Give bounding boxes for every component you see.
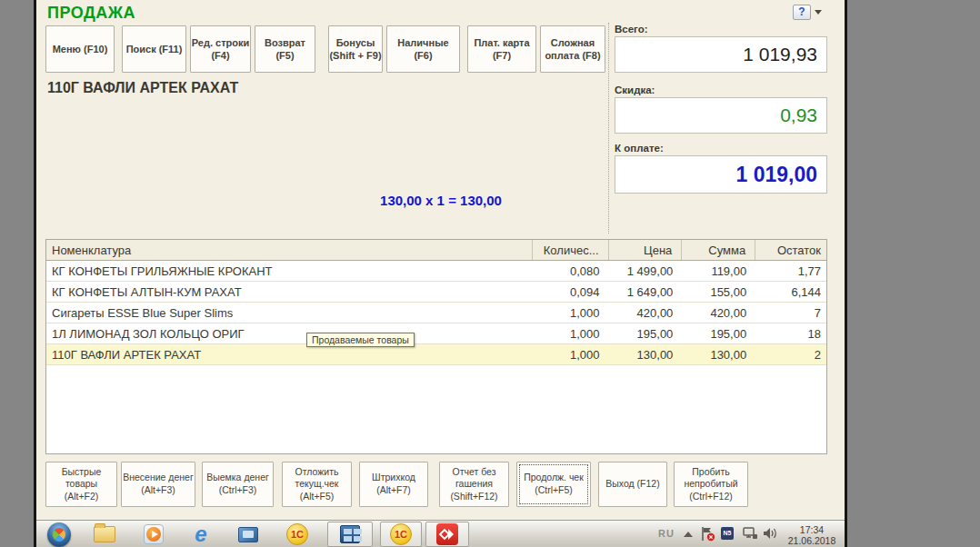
network-icon[interactable] [742,526,758,544]
help-dropdown-arrow-icon[interactable] [815,10,822,15]
table-row[interactable]: 1Л ЛИМОНАД ЗОЛ КОЛЬЦО ОРИГ 1,000 195,00 … [46,323,826,344]
cash-payment-button[interactable]: Наличные (F6) [386,25,460,73]
remote-desktop-icon [238,527,258,542]
table-row[interactable]: КГ КОНФЕТЫ АЛТЫН-КУМ РАХАТ 0,094 1 649,0… [46,282,826,303]
taskbar-1c-running-app[interactable]: 1С [380,522,422,547]
item-stock: 6,144 [755,282,826,302]
help-button[interactable]: ? [793,4,824,20]
item-qty: 0,094 [533,282,609,302]
column-header-quantity: Количес... [533,240,609,260]
clock-time: 17:34 [782,524,842,535]
payable-label: К оплате: [615,143,664,154]
action-center-flag-icon[interactable] [700,526,715,545]
netsupport-tray-icon[interactable]: N5 [721,527,734,540]
quick-goods-button[interactable]: Быстрые товары (Alt+F2) [45,462,117,507]
column-header-nomenclature: Номенклатура [46,240,533,260]
item-stock: 18 [755,323,826,343]
red-diamond-arrow-icon [436,523,458,545]
language-indicator[interactable]: RU [658,528,675,547]
item-name: КГ КОНФЕТЫ АЛТЫН-КУМ РАХАТ [46,282,533,302]
item-sum: 195,00 [682,323,755,343]
hold-receipt-button[interactable]: Отложить текущ.чек (Alt+F5) [282,462,352,507]
start-button[interactable] [47,522,71,546]
item-qty: 0,080 [533,261,609,281]
item-qty: 1,000 [533,323,609,343]
column-header-price: Цена [609,240,683,260]
screenshot-canvas: ПРОДАЖА ? Меню (F10) Поиск (F11) Ред. ст… [0,0,980,547]
discount-label: Скидка: [615,85,655,95]
complex-payment-button[interactable]: Сложная оплата (F8) [540,25,605,73]
folder-icon [94,526,115,542]
panel-separator [608,23,609,234]
payable-field: 1 019,00 [615,155,827,194]
return-button[interactable]: Возврат (F5) [255,25,315,73]
show-hidden-icons-chevron[interactable] [684,532,693,537]
item-qty: 1,000 [533,303,609,323]
remote-screen: ПРОДАЖА ? Меню (F10) Поиск (F11) Ред. ст… [34,0,847,547]
taskbar-explorer[interactable] [93,522,116,546]
item-qty: 1,000 [533,344,609,364]
bonuses-button[interactable]: Бонусы (Shift + F9) [328,25,383,73]
pos-window: ПРОДАЖА ? Меню (F10) Поиск (F11) Ред. ст… [36,0,845,520]
item-price: 420,00 [609,303,683,323]
discount-field: 0,93 [615,97,827,134]
item-name: КГ КОНФЕТЫ ГРИЛЬЯЖНЫЕ КРОКАНТ [46,261,533,281]
item-price: 1 649,00 [609,282,683,302]
taskbar-configurator-app[interactable] [327,522,373,547]
table-row[interactable]: КГ КОНФЕТЫ ГРИЛЬЯЖНЫЕ КРОКАНТ 0,080 1 49… [46,261,826,282]
item-sum: 130,00 [682,344,755,364]
cash-out-button[interactable]: Выемка денег (Ctrl+F3) [202,462,274,507]
taskbar-clock[interactable]: 17:34 21.06.2018 [782,524,842,546]
table-row-selected[interactable]: 110Г ВАФЛИ АРТЕК РАХАТ 1,000 130,00 130,… [46,344,826,365]
windows-orb-icon [47,522,71,547]
item-sum: 119,00 [682,261,755,281]
item-stock: 7 [755,303,826,323]
internet-explorer-icon: e [195,524,206,544]
item-price: 130,00 [609,344,683,364]
column-header-sum: Сумма [682,240,755,260]
x-report-button[interactable]: Отчет без гашения (Shift+F12) [439,462,509,507]
1c-icon: 1С [390,523,412,545]
continue-receipt-button[interactable]: Продолж. чек (Ctrl+F5) [516,462,591,507]
edit-line-button[interactable]: Ред. строки (F4) [190,25,251,73]
cash-in-button[interactable]: Внесение денег (Alt+F3) [121,462,195,507]
blue-app-icon [340,525,360,543]
column-header-stock: Остаток [755,240,826,260]
reprint-unprinted-button[interactable]: Пробить непробитый (Ctrl+F12) [674,462,748,507]
item-sum: 155,00 [682,282,755,302]
barcode-button[interactable]: Штрихкод (Alt+F7) [359,462,428,507]
item-stock: 2 [755,344,826,364]
windows-taskbar: e 1С 1С RU N5 17:34 21.06.2018 [36,520,845,547]
exit-button[interactable]: Выход (F12) [598,462,667,507]
clock-date: 21.06.2018 [782,535,842,546]
item-price: 1 499,00 [609,261,683,281]
menu-button[interactable]: Меню (F10) [45,25,115,73]
item-name: Сигареты ESSE Blue Super Slims [46,303,533,323]
search-button[interactable]: Поиск (F11) [122,25,186,73]
total-field: 1 019,93 [615,36,827,73]
help-question-icon[interactable]: ? [793,5,811,20]
taskbar-media-player[interactable] [142,522,165,546]
current-item-calculation: 130,00 x 1 = 130,00 [300,193,582,208]
page-title: ПРОДАЖА [47,4,135,23]
item-name: 110Г ВАФЛИ АРТЕК РАХАТ [46,344,533,364]
table-row[interactable]: Сигареты ESSE Blue Super Slims 1,000 420… [46,303,826,323]
media-player-icon [144,524,164,544]
table-tooltip: Продаваемые товары [306,333,415,347]
volume-icon[interactable] [762,526,778,544]
1c-icon: 1С [286,523,308,545]
item-name: 1Л ЛИМОНАД ЗОЛ КОЛЬЦО ОРИГ [46,323,533,343]
taskbar-remote-desktop[interactable] [236,522,260,546]
taskbar-1c-pinned[interactable]: 1С [285,522,309,546]
item-price: 195,00 [609,323,683,343]
card-payment-button[interactable]: Плат. карта (F7) [467,25,536,73]
current-item-name: 110Г ВАФЛИ АРТЕК РАХАТ [47,80,238,96]
total-label: Всего: [615,24,648,35]
table-header: Номенклатура Количес... Цена Сумма Остат… [46,240,826,261]
items-table: Номенклатура Количес... Цена Сумма Остат… [45,239,827,454]
taskbar-pos-red-app[interactable] [425,522,469,547]
item-stock: 1,77 [755,261,826,281]
item-sum: 420,00 [682,303,755,323]
taskbar-internet-explorer[interactable]: e [189,522,213,546]
